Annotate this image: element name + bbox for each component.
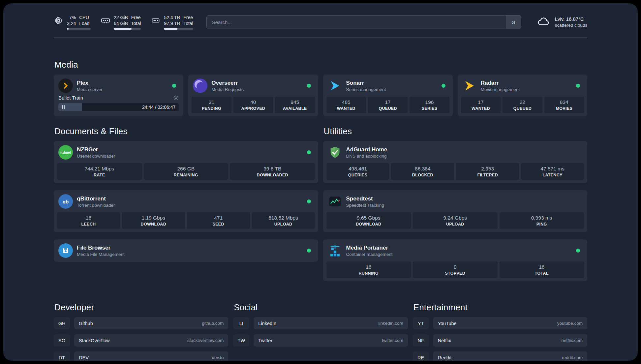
section-utilities: Utilities AdGuard Home <box>323 126 588 281</box>
service-name: File Browser <box>77 244 125 252</box>
disk-total-label: Total <box>183 20 193 26</box>
service-name: NZBGet <box>77 146 115 153</box>
card-overseerr: Overseerr Media Requests 21 PENDING 40 A… <box>188 75 318 116</box>
card-filebrowser: File Browser Media File Management <box>54 239 318 262</box>
stat-series: 196 SERIES <box>410 97 449 113</box>
status-dot <box>307 150 311 154</box>
service-link-plex[interactable]: Plex Media server <box>57 78 180 94</box>
memory-free-value: 22 GiB <box>114 15 128 20</box>
disk-icon <box>151 15 161 25</box>
stat-upload: 9.24 Gbps UPLOAD <box>413 212 498 229</box>
bookmark-abbr: NF <box>413 334 429 347</box>
stat-available: 945 AVAILABLE <box>275 97 315 113</box>
stat-download: 9.65 Gbps DOWNLOAD <box>326 212 411 229</box>
stat-rate: 744.21 Mbps RATE <box>57 163 142 180</box>
bookmark-reddit[interactable]: RE Reddit reddit.com <box>413 351 587 361</box>
status-dot <box>442 84 445 88</box>
bookmark-abbr: RE <box>413 351 429 361</box>
service-name: Speedtest <box>346 195 384 202</box>
service-name: AdGuard Home <box>346 146 387 153</box>
service-name: qBittorrent <box>77 195 115 202</box>
bookmark-linkedin[interactable]: LI LinkedIn linkedin.com <box>233 317 408 329</box>
settings-gear-icon[interactable] <box>173 95 179 101</box>
weather-condition: scattered clouds <box>555 22 587 28</box>
section-title-utilities: Utilities <box>324 126 588 136</box>
topbar-divider <box>54 38 587 38</box>
bookmark-abbr: SO <box>54 334 70 347</box>
bookmark-abbr: LI <box>233 317 249 329</box>
disk-total-value: 97.9 TB <box>164 20 180 26</box>
qbittorrent-icon: qb <box>58 194 73 209</box>
section-title-developer: Developer <box>54 302 228 313</box>
window-frame: 7% 3.24 CPU Load <box>0 0 641 364</box>
bookmark-stackoverflow[interactable]: SO StackOverflow stackoverflow.com <box>54 334 228 347</box>
disk-widget: 52.4 TB 97.9 TB Free Total <box>151 15 193 30</box>
plex-now-playing: Bullet Train 24:44 / 0 <box>57 95 180 112</box>
pause-icon[interactable] <box>62 105 65 109</box>
card-portainer: Media Portainer Container management 16 … <box>323 239 588 281</box>
service-subtitle: Speedtest Tracking <box>346 202 384 208</box>
section-title-entertainment: Entertainment <box>413 302 587 313</box>
service-subtitle: Media server <box>77 87 103 93</box>
stat-latency: 47.571 ms LATENCY <box>521 163 584 180</box>
service-name: Plex <box>77 79 103 87</box>
service-subtitle: DNS and adblocking <box>346 153 387 159</box>
service-link-qbittorrent[interactable]: qb qBittorrent Torrent downloader <box>57 194 315 209</box>
cpu-progress-bar <box>67 28 91 30</box>
speedtest-icon <box>328 194 342 209</box>
section-title-media: Media <box>54 60 587 70</box>
memory-total-value: 64 GiB <box>114 20 128 26</box>
plex-icon <box>58 78 73 93</box>
service-link-sonarr[interactable]: Sonarr Series management <box>326 78 449 94</box>
stat-total: 16 TOTAL <box>500 261 584 278</box>
search-input[interactable] <box>206 15 521 29</box>
service-link-filebrowser[interactable]: File Browser Media File Management <box>57 243 315 258</box>
service-link-radarr[interactable]: Radarr Movie management <box>461 78 584 94</box>
bookmark-netflix[interactable]: NF Netflix netflix.com <box>413 334 587 347</box>
weather-widget: Lviv, 16.87°C scattered clouds <box>536 15 587 29</box>
stat-queued: 17 QUEUED <box>368 97 408 113</box>
service-link-speedtest[interactable]: Speedtest Speedtest Tracking <box>326 194 584 209</box>
search-provider-button[interactable]: G <box>506 15 521 29</box>
bookmark-group-entertainment: Entertainment YT YouTube youtube.com NF … <box>413 302 587 361</box>
sonarr-icon <box>328 78 342 93</box>
bookmark-dev[interactable]: DT DEV dev.to <box>54 351 228 361</box>
cpu-load-label: Load <box>79 20 89 26</box>
bookmark-abbr: GH <box>54 317 70 329</box>
service-name: Overseerr <box>211 79 244 87</box>
memory-progress-bar <box>114 28 141 30</box>
service-link-overseerr[interactable]: Overseerr Media Requests <box>192 78 315 94</box>
section-media: Media Plex Media server <box>54 60 587 116</box>
search-box[interactable]: G <box>206 15 521 29</box>
service-subtitle: Media Requests <box>211 87 244 93</box>
nzbget-icon: nzbget <box>58 145 73 160</box>
disk-free-value: 52.4 TB <box>164 15 180 20</box>
service-link-nzbget[interactable]: nzbget NZBGet Usenet downloader <box>57 144 315 160</box>
bookmark-group-social: Social LI LinkedIn linkedin.com TW Twitt… <box>233 302 408 347</box>
bookmark-group-developer: Developer GH Github github.com SO StackO… <box>54 302 228 361</box>
stat-download: 1.19 Gbps DOWNLOAD <box>122 212 185 229</box>
bookmark-abbr: TW <box>233 334 249 347</box>
bookmark-youtube[interactable]: YT YouTube youtube.com <box>413 317 587 329</box>
weather-location: Lviv, 16.87°C <box>555 16 587 22</box>
stat-queued: 22 QUEUED <box>503 97 542 113</box>
filebrowser-icon <box>58 243 73 258</box>
cpu-label: CPU <box>79 15 89 20</box>
service-subtitle: Torrent downloader <box>77 202 115 208</box>
stat-pending: 21 PENDING <box>192 97 231 113</box>
memory-widget: 22 GiB 64 GiB Free Total <box>101 15 141 30</box>
playback-time: 24:44 / 02:06:47 <box>142 103 175 111</box>
bookmark-twitter[interactable]: TW Twitter twitter.com <box>233 334 408 347</box>
stat-stopped: 0 STOPPED <box>413 261 498 278</box>
cpu-icon <box>54 15 64 25</box>
service-link-adguard[interactable]: AdGuard Home DNS and adblocking <box>326 144 584 160</box>
memory-total-label: Total <box>131 20 141 26</box>
stat-blocked: 86,384 BLOCKED <box>391 163 454 180</box>
bookmark-abbr: YT <box>413 317 429 329</box>
status-dot <box>307 249 311 253</box>
service-subtitle: Movie management <box>481 87 520 93</box>
service-link-portainer[interactable]: Media Portainer Container management <box>326 243 584 258</box>
bookmark-github[interactable]: GH Github github.com <box>54 317 228 329</box>
cpu-widget: 7% 3.24 CPU Load <box>54 15 91 30</box>
stat-downloaded: 39.6 TB DOWNLOADED <box>230 163 315 180</box>
